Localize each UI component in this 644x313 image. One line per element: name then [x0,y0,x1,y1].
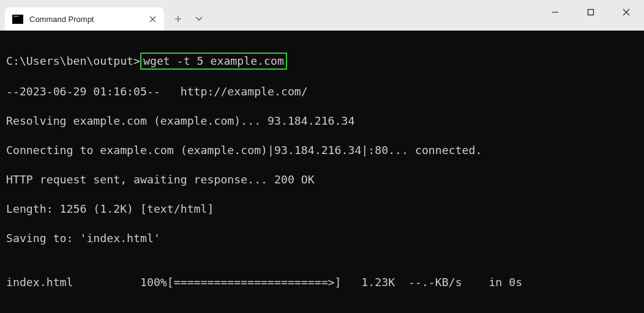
terminal-output[interactable]: C:\Users\ben\output>wget -t 5 example.co… [0,31,644,313]
tab-title: Command Prompt [29,15,143,24]
command-prompt-icon [12,15,23,24]
terminal-line: Connecting to example.com (example.com)|… [6,143,638,158]
minimize-button[interactable] [537,0,573,24]
highlighted-command: wget -t 5 example.com [140,53,287,70]
window-controls [537,0,644,24]
terminal-line: HTTP request sent, awaiting response... … [6,172,638,187]
tab-dropdown-button[interactable] [189,9,209,29]
svg-rect-0 [588,10,594,15]
terminal-line: C:\Users\ben\output>wget -t 5 example.co… [6,53,638,70]
maximize-button[interactable] [573,0,608,24]
new-tab-button[interactable] [168,9,189,29]
terminal-line: --2023-06-29 01:16:05-- http://example.c… [6,84,638,99]
close-tab-button[interactable] [148,15,157,23]
terminal-line: Length: 1256 (1.2K) [text/html] [6,202,638,216]
command-text: wget -t 5 example.com [143,54,284,67]
close-window-button[interactable] [608,0,644,24]
tabs-area: Command Prompt [0,0,209,31]
prompt-text: C:\Users\ben\output> [6,54,140,67]
tab-command-prompt[interactable]: Command Prompt [5,7,164,31]
terminal-line: Resolving example.com (example.com)... 9… [6,114,638,128]
terminal-line: index.html 100%[=======================>… [6,275,638,290]
titlebar: Command Prompt [0,0,644,31]
terminal-line: Saving to: 'index.html' [6,231,638,246]
